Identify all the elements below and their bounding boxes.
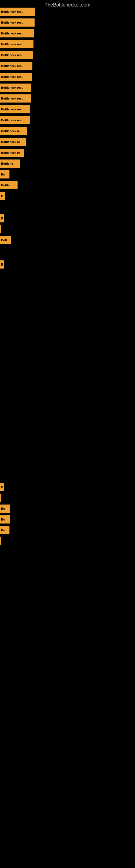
bottleneck-bar-label: Bottleneck resu bbox=[1, 86, 24, 89]
bottleneck-bar: Bo bbox=[0, 504, 10, 513]
bottleneck-bar: Bottler bbox=[0, 181, 17, 189]
bottleneck-bar-label: Bott bbox=[1, 239, 7, 242]
bottleneck-bar-label: Bottler bbox=[1, 184, 10, 187]
bottleneck-bar: Bottleneck resu bbox=[0, 73, 32, 81]
bottleneck-bar-label: Bo bbox=[1, 518, 5, 521]
bottleneck-bar-label: B bbox=[1, 217, 3, 220]
bottleneck-bar: Bo bbox=[0, 170, 9, 179]
bottleneck-bar: Bo bbox=[0, 526, 9, 534]
bottleneck-bar: Bottleneck resu bbox=[0, 105, 30, 113]
bottleneck-bar-label: Bottleneck re bbox=[1, 140, 20, 144]
bottleneck-bar-label: Bottleneck resu bbox=[1, 32, 24, 35]
bottleneck-bar-label: Bottleneck re bbox=[1, 129, 20, 133]
bottleneck-bar: B bbox=[0, 192, 5, 200]
bottleneck-bar: Bottleneck re bbox=[0, 127, 27, 135]
bottleneck-bar bbox=[0, 537, 1, 545]
bottleneck-bar-label: Bo bbox=[1, 529, 5, 532]
bottleneck-bar-label: Bo bbox=[1, 173, 5, 176]
bottleneck-bar-label: Bottleneck resu bbox=[1, 97, 24, 100]
bottleneck-bar-label: Bottleneck resu bbox=[1, 75, 24, 79]
bottleneck-bar: Bottleneck re bbox=[0, 138, 26, 146]
bottleneck-bar-label: Bottleneck resu bbox=[1, 42, 24, 46]
bottleneck-bar: B bbox=[0, 260, 4, 269]
bottleneck-bar-label: Bottleneck resu bbox=[1, 54, 24, 57]
bottleneck-bar: Bottleneck resu bbox=[0, 40, 34, 48]
bottleneck-bar: Bottleneck resu bbox=[0, 51, 33, 59]
bottleneck-bar: Bottleneck resu bbox=[0, 19, 35, 27]
bottleneck-bar: Bottleneck resu bbox=[0, 84, 31, 92]
bottleneck-bar-label: Bottlene bbox=[1, 162, 13, 165]
bottleneck-bar: Bottleneck resu bbox=[0, 94, 31, 102]
bottleneck-bar: Bottlene bbox=[0, 159, 20, 167]
bottleneck-bar-label: B bbox=[1, 263, 3, 266]
bottleneck-bar: Bottleneck res bbox=[0, 116, 30, 124]
bottleneck-bar: Bottleneck resu bbox=[0, 29, 34, 37]
bottleneck-bar bbox=[0, 494, 1, 502]
bottleneck-bar: B bbox=[0, 483, 4, 491]
bottleneck-bar bbox=[0, 225, 1, 233]
bottleneck-bar-label: Bottleneck resu bbox=[1, 10, 24, 13]
bottleneck-bar: Bo bbox=[0, 516, 10, 524]
bottleneck-bar-label: Bottleneck res bbox=[1, 119, 21, 122]
bottleneck-bar: Bottleneck re bbox=[0, 149, 24, 157]
bottleneck-bar: Bottleneck resu bbox=[0, 62, 32, 70]
bottleneck-bar-label: B bbox=[1, 194, 3, 198]
bottleneck-bar-label: Bottleneck resu bbox=[1, 108, 24, 111]
bottleneck-bar-label: Bo bbox=[1, 507, 5, 510]
bottleneck-bar-label: Bottleneck resu bbox=[1, 64, 24, 67]
bottleneck-bar-label: Bottleneck re bbox=[1, 151, 20, 154]
bottleneck-bar: Bottleneck resu bbox=[0, 8, 35, 16]
bottleneck-bar-label: Bottleneck resu bbox=[1, 21, 24, 24]
bottleneck-bar-label: B bbox=[1, 485, 3, 489]
bottleneck-bar: Bott bbox=[0, 236, 11, 244]
bottleneck-bar: B bbox=[0, 214, 4, 222]
